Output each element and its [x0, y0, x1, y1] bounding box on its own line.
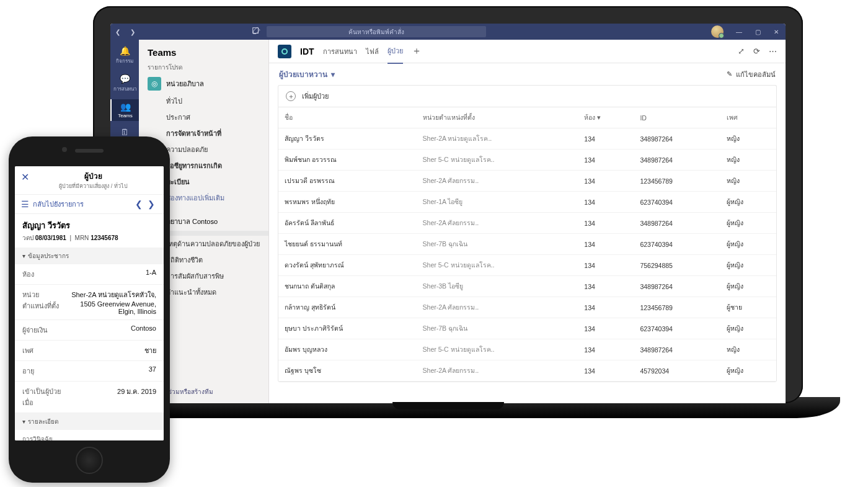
phone-header: ✕ ผู้ป่วย ผู้ป่วยที่มีความเสี่ยงสูง / ทั… [15, 166, 164, 194]
table-row[interactable]: กล้าหาญ สุทธิรัตน์Sher-2A ศัลยกรรม..1341… [278, 297, 776, 318]
search-input[interactable]: ค้นหาหรือพิมพ์คำสั่ง [267, 26, 486, 37]
phone-home-button[interactable] [76, 447, 103, 474]
back-to-list[interactable]: กลับไปยังรายการ [33, 199, 133, 210]
cell-loc: Sher-7B ฉุกเฉิน [417, 234, 578, 255]
cell-name: กล้าหาญ สุทธิรัตน์ [278, 297, 417, 318]
table-row[interactable]: อัมพร บุญหลวงSher 5-C หน่วยดูแลโรค..1343… [278, 339, 776, 360]
patient-name: สัญญา วีรวัตร [22, 219, 156, 232]
kv-gender: เพศ ชาย [15, 341, 164, 361]
cell-loc: Sher 5-C หน่วยดูแลโรค.. [417, 339, 578, 360]
cell-gender: หญิง [720, 150, 776, 171]
more-icon[interactable]: ⋯ [769, 47, 777, 56]
compose-icon[interactable] [252, 27, 260, 37]
cell-loc: Sher-2A ศัลยกรรม.. [417, 213, 578, 234]
kv-room: ห้อง 1-A [15, 264, 164, 285]
favorites-label: รายการโปรด [139, 63, 268, 74]
next-patient-button[interactable]: ❯ [145, 199, 157, 209]
table-row[interactable]: ณัฐพร บุซโซSher-2A ศัลยกรรม..13445792034… [278, 360, 776, 382]
col-gender[interactable]: เพศ [720, 107, 776, 128]
col-room[interactable]: ห้อง ▾ [578, 107, 634, 128]
add-patient-row[interactable]: ＋ เพิ่มผู้ป่วย [278, 85, 777, 107]
cell-loc: Sher-2A ศัลยกรรม.. [417, 171, 578, 192]
cell-loc: Sher 5-C หน่วยดูแลโรค.. [417, 150, 578, 171]
cell-room: 134 [578, 255, 634, 276]
cell-id: 348987264 [634, 150, 720, 171]
rail-activity-label: กิจกรรม [116, 57, 133, 65]
team-row[interactable]: ◎ หน่วยอภิบาล [139, 74, 268, 93]
cell-room: 134 [578, 150, 634, 171]
cell-id: 348987264 [634, 128, 720, 150]
add-patient-label: เพิ่มผู้ป่วย [302, 91, 329, 102]
cell-name: ณัฐพร บุซโซ [278, 360, 417, 382]
window-minimize-button[interactable]: ― [730, 29, 748, 35]
people-icon: 👥 [120, 102, 131, 112]
edit-columns-label: แก้ไขคอลัมน์ [736, 69, 776, 80]
rail-chat[interactable]: 💬 การสนทนา [110, 71, 139, 96]
kv-admit: เข้าเป็นผู้ป่วยเมื่อ 29 ม.ค. 2019 [15, 382, 164, 413]
table-row[interactable]: ชนกนาถ ตันติสกุลSher-3B ไอซียู1343489872… [278, 276, 776, 297]
cell-loc: Sher-3B ไอซียู [417, 276, 578, 297]
cell-room: 134 [578, 171, 634, 192]
prev-patient-button[interactable]: ❮ [133, 199, 145, 209]
view-dropdown[interactable]: ผู้ป่วยเบาหวาน ▾ [279, 68, 335, 80]
list-icon[interactable]: ☰ [21, 199, 29, 209]
tab-conversation[interactable]: การสนทนา [323, 40, 357, 63]
cell-room: 134 [578, 360, 634, 382]
user-avatar[interactable] [711, 25, 724, 38]
cell-room: 134 [578, 339, 634, 360]
app-icon [278, 45, 291, 58]
expand-icon[interactable]: ⤢ [738, 47, 745, 56]
channel-item[interactable]: ประกาศ [139, 109, 268, 125]
titlebar: ❮ ❯ ค้นหาหรือพิมพ์คำสั่ง ― ▢ ✕ [110, 24, 786, 40]
col-id[interactable]: ID [634, 107, 720, 128]
cell-name: อัมพร บุญหลวง [278, 339, 417, 360]
patient-summary: สัญญา วีรวัตร วดป 08/03/1981 | MRN 12345… [15, 214, 164, 248]
phone-nav: ☰ กลับไปยังรายการ ❮ ❯ [15, 194, 164, 214]
section-demographics[interactable]: ▾ ข้อมูลประชากร [15, 248, 164, 264]
add-tab-button[interactable]: ＋ [412, 45, 422, 58]
table-row[interactable]: สัญญา วีรวัตรSher-2A หน่วยดูแลโรค..13434… [278, 128, 776, 150]
rail-teams[interactable]: 👥 Teams [110, 99, 139, 121]
sort-icon: ▾ [597, 114, 601, 121]
cell-id: 123456789 [634, 297, 720, 318]
cell-id: 623740394 [634, 234, 720, 255]
window-maximize-button[interactable]: ▢ [748, 29, 767, 35]
section-detail[interactable]: ▾ รายละเอียด [15, 413, 164, 430]
tab-patients[interactable]: ผู้ป่วย [388, 39, 403, 64]
table-row[interactable]: ดวงรัตน์ สุพัทยาภรณ์Sher 5-C หน่วยดูแลโร… [278, 255, 776, 276]
cell-id: 348987264 [634, 339, 720, 360]
team-name: หน่วยอภิบาล [166, 78, 204, 89]
channel-item[interactable]: ทั่วไป [139, 93, 268, 109]
phone-app: ✕ ผู้ป่วย ผู้ป่วยที่มีความเสี่ยงสูง / ทั… [15, 166, 164, 440]
col-loc[interactable]: หน่วยตำแหน่งที่ตั้ง [417, 107, 578, 128]
table-row[interactable]: ยุษบา ประภาศิริรัตน์Sher-7B ฉุกเฉิน13462… [278, 318, 776, 339]
tab-files[interactable]: ไฟล์ [366, 40, 379, 63]
close-icon[interactable]: ✕ [21, 171, 29, 183]
nav-back-button[interactable]: ❮ [110, 29, 125, 35]
table-row[interactable]: พรหมพร หนึ่งฤทัยSher-1A ไอซียู1346237403… [278, 192, 776, 213]
channel-item[interactable]: การจัดหาเจ้าหน้าที่ [139, 125, 268, 141]
cell-room: 134 [578, 234, 634, 255]
col-name[interactable]: ชื่อ [278, 107, 417, 128]
cell-gender: หญิง [720, 171, 776, 192]
cell-loc: Sher-7B ฉุกเฉิน [417, 318, 578, 339]
table-row[interactable]: เปรมวดี อรพรรณSher-2A ศัลยกรรม..13412345… [278, 171, 776, 192]
table-row[interactable]: ไชยยนต์ ธรรมานนท์Sher-7B ฉุกเฉิน13462374… [278, 234, 776, 255]
cell-id: 348987264 [634, 276, 720, 297]
view-bar: ผู้ป่วยเบาหวาน ▾ ✎ แก้ไขคอลัมน์ [269, 63, 786, 85]
cell-id: 623740394 [634, 318, 720, 339]
window-close-button[interactable]: ✕ [767, 29, 786, 35]
nav-forward-button[interactable]: ❯ [125, 29, 140, 35]
table-row[interactable]: พิมพ์ชนก อรวรรณSher 5-C หน่วยดูแลโรค..13… [278, 150, 776, 171]
table-row[interactable]: อัครรัตน์ ลีลาพันธ์Sher-2A ศัลยกรรม..134… [278, 213, 776, 234]
bell-icon: 🔔 [120, 46, 130, 56]
refresh-icon[interactable]: ⟳ [753, 47, 760, 56]
rail-activity[interactable]: 🔔 กิจกรรม [110, 43, 139, 68]
kv-age: อายุ 37 [15, 361, 164, 382]
cell-gender: หญิง [720, 339, 776, 360]
cell-name: ยุษบา ประภาศิริรัตน์ [278, 318, 417, 339]
phone-subtitle: ผู้ป่วยที่มีความเสี่ยงสูง / ทั่วไป [29, 182, 157, 190]
cell-gender: หญิง [720, 128, 776, 150]
edit-columns-button[interactable]: ✎ แก้ไขคอลัมน์ [727, 69, 776, 80]
patient-meta: วดป 08/03/1981 | MRN 12345678 [22, 233, 156, 243]
